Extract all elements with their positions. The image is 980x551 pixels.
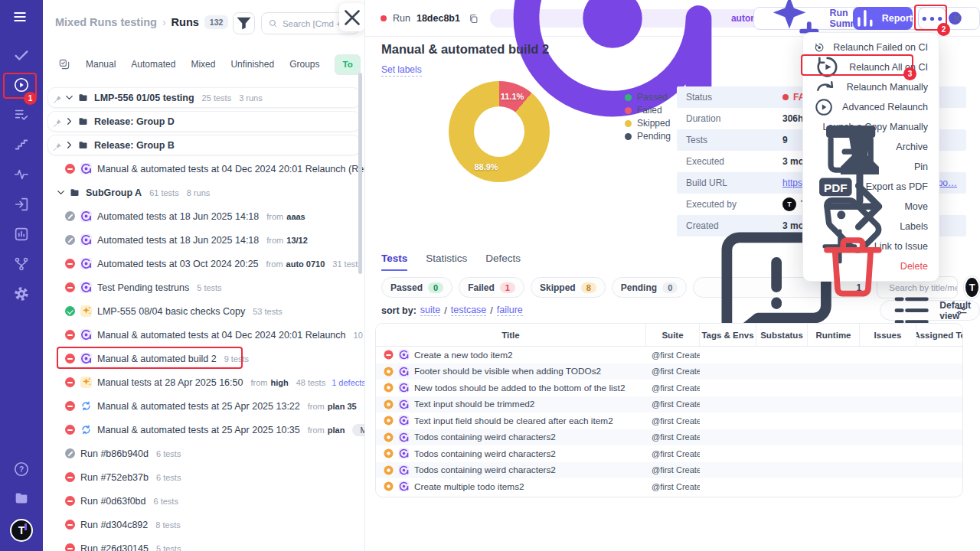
menu-item-delete[interactable]: Delete (803, 256, 939, 276)
from-label: from (266, 259, 283, 269)
run-row[interactable]: Manual tests at 28 Apr 2025 16:50fromhig… (43, 370, 365, 394)
sidebar-item-analytics[interactable] (13, 227, 30, 242)
menu-item-label: Relaunch Failed on CI (833, 42, 928, 53)
folder-icon (77, 116, 89, 127)
sort-link-suite[interactable]: suite (420, 305, 440, 316)
run-row[interactable]: Manual & automated tests at 25 Apr 2025 … (43, 418, 365, 442)
sidebar-item-milestones[interactable] (13, 137, 30, 152)
column-header-issues[interactable]: Issues (860, 324, 916, 346)
hamburger-menu-icon[interactable] (12, 9, 31, 28)
legend-item-failed[interactable]: Failed (625, 106, 671, 115)
group-row[interactable]: SubGroup A61 tests8 runs (43, 181, 365, 204)
sort-link-testcase[interactable]: testcase (451, 305, 487, 316)
column-header-substatus[interactable]: Substatus (756, 324, 808, 346)
run-row[interactable]: Manual & automated tests at 25 Apr 2025 … (43, 394, 365, 418)
tab-defects[interactable]: Defects (485, 253, 521, 271)
runs-tab-mixed[interactable]: Mixed (191, 59, 215, 70)
column-settings-icon[interactable] (956, 305, 968, 317)
sidebar-item-pulse[interactable] (13, 167, 30, 182)
run-row[interactable]: Test Pending testruns5 tests (43, 276, 365, 299)
column-header-title[interactable]: Title (376, 324, 646, 346)
group-title: Release: Group D (94, 116, 175, 127)
filter-button[interactable] (233, 12, 255, 34)
run-row[interactable]: Automated tests at 18 Jun 2025 14:18from… (43, 228, 365, 252)
legend-item-pending[interactable]: Pending (625, 132, 671, 141)
column-header-assigned-to[interactable]: Assigned To (916, 324, 963, 346)
run-row-selected[interactable]: Manual & automated build 29 tests (43, 347, 365, 370)
table-row[interactable]: Todos containing weird characters2@first… (376, 445, 962, 462)
select-all-icon[interactable] (58, 58, 70, 70)
run-row[interactable]: Run #752eb37b6 tests (43, 465, 365, 489)
table-row[interactable]: Footer should be visible when adding TOD… (376, 364, 962, 380)
tab-tests[interactable]: Tests (381, 253, 407, 271)
avatar[interactable]: T (10, 519, 33, 542)
run-row[interactable]: Run #26d301455 tests (43, 536, 365, 551)
run-row[interactable]: Manual & automated tests at 04 Dec 2024 … (43, 323, 365, 347)
filter-chip-skipped[interactable]: Skipped8 (531, 277, 606, 298)
table-row[interactable]: Todos containing weird characters2@first… (376, 462, 962, 479)
filter-chip-failed[interactable]: Failed1 (459, 277, 524, 298)
run-row[interactable]: Automated tests at 18 Jun 2025 14:18from… (43, 204, 365, 228)
table-row[interactable]: Create a new todo item2@first Create ... (376, 347, 962, 364)
copy-icon[interactable] (468, 13, 479, 24)
table-row[interactable]: New todos should be added to the bottom … (376, 380, 962, 396)
set-labels-link[interactable]: Set labels (381, 64, 422, 77)
menu-item-relaunch-manually[interactable]: Relaunch Manually (803, 77, 939, 97)
breadcrumb-section[interactable]: Runs (172, 16, 199, 28)
legend-item-skipped[interactable]: Skipped (625, 119, 671, 128)
run-row[interactable]: Run #b86b940d6 tests (43, 442, 365, 465)
sidebar-item-test-plans[interactable] (13, 107, 30, 122)
sidebar-item-help[interactable]: ? (13, 461, 30, 478)
runs-tab-manual[interactable]: Manual (86, 59, 116, 70)
filter-chip-passed[interactable]: Passed0 (381, 277, 452, 298)
group-row[interactable]: LMP-556 01/05 testing25 tests3 runs (43, 86, 365, 109)
runs-tab-unfinished[interactable]: Unfinished (230, 59, 274, 70)
report-button[interactable]: Report (853, 7, 913, 30)
run-row[interactable]: Run #d304c8928 tests (43, 513, 365, 536)
build-url-link-tail[interactable]: po… (938, 178, 957, 188)
run-row[interactable]: Manual & automated tests at 04 Dec 2024 … (43, 157, 365, 181)
assignee-avatar[interactable]: T (964, 276, 980, 298)
table-row[interactable]: Create multiple todo items2@first Create… (376, 478, 962, 495)
group-row[interactable]: Release: Group B (43, 133, 365, 157)
sidebar-item-projects[interactable] (13, 490, 30, 507)
panel-scrollbar[interactable] (358, 73, 362, 274)
sidebar-item-checks[interactable] (13, 47, 30, 63)
close-run-icon[interactable] (952, 13, 962, 24)
run-row[interactable]: Automated tests at 03 Oct 2024 20:25from… (43, 252, 365, 276)
sidebar-item-settings[interactable] (13, 286, 30, 302)
legend-item-passed[interactable]: Passed (625, 93, 671, 102)
sidebar-item-runs[interactable] (13, 77, 30, 93)
column-header-suite[interactable]: Suite (646, 324, 700, 346)
runs-tab-to[interactable]: To (335, 54, 360, 75)
sidebar-item-branches[interactable] (13, 256, 30, 272)
chevron-down-icon[interactable] (64, 92, 75, 103)
run-identity: Run 18dec8b1 automated (381, 0, 786, 37)
column-header-tags-envs[interactable]: Tags & Envs (700, 324, 756, 346)
runs-tab-groups[interactable]: Groups (289, 59, 319, 70)
sidebar-item-imports[interactable] (13, 197, 30, 212)
table-row[interactable]: Todos containing weird characters2@first… (376, 429, 962, 446)
chevron-down-icon[interactable] (55, 187, 67, 198)
status-skipped-icon (384, 432, 394, 442)
column-header-runtime[interactable]: Runtime (808, 324, 860, 346)
menu-item-relaunch-all-on-ci[interactable]: Relaunch All on CI (803, 57, 939, 77)
filter-chip-count: 0 (428, 282, 443, 293)
group-row[interactable]: Release: Group D (43, 109, 365, 133)
table-row[interactable]: Text input should be trimmed2@first Crea… (376, 396, 962, 413)
run-row[interactable]: LMP-555 08/04 basic checks Copy53 tests (43, 299, 365, 323)
run-title: Automated tests at 18 Jun 2025 14:18 (97, 235, 259, 246)
tab-statistics[interactable]: Statistics (426, 253, 467, 271)
sort-link-failure[interactable]: failure (497, 305, 523, 316)
table-row[interactable]: Text input field should be cleared after… (376, 412, 962, 429)
panel-close-button[interactable] (339, 3, 365, 31)
run-row[interactable]: Run #0d63f0bd6 tests (43, 489, 365, 513)
automated-badge[interactable]: automated (490, 9, 786, 28)
filter-chip-pending[interactable]: Pending0 (612, 277, 687, 298)
breadcrumb-project[interactable]: Mixed Runs testing (55, 16, 157, 28)
chevron-right-icon[interactable] (64, 116, 75, 127)
defects-link[interactable]: 1 defects (332, 378, 365, 387)
menu-item-label: Pin (914, 161, 928, 172)
chevron-right-icon[interactable] (64, 139, 75, 151)
runs-tab-automated[interactable]: Automated (131, 59, 175, 70)
